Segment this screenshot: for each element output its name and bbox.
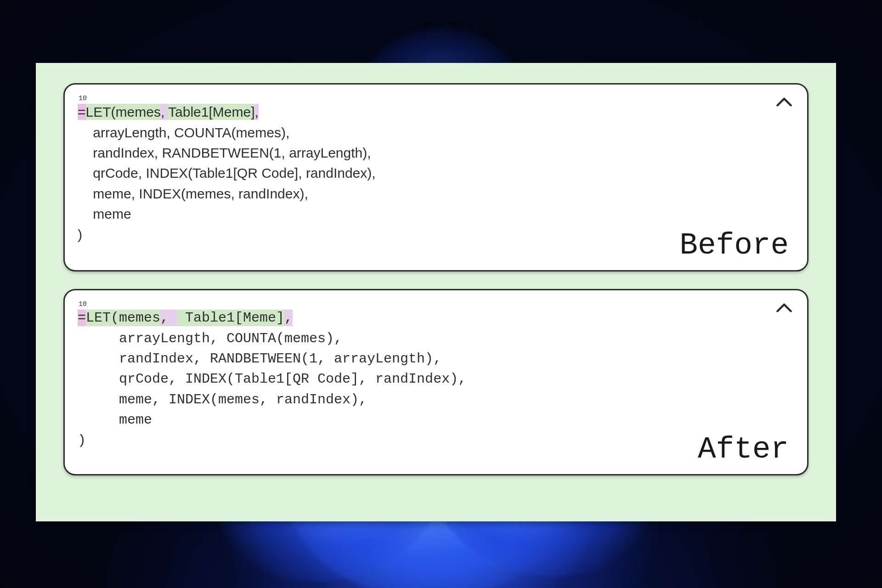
code-line: meme [78,206,131,221]
hl-arg2: Table1[Meme] [177,310,284,326]
code-line: qrCode, INDEX(Table1[QR Code], randIndex… [78,371,466,387]
code-line: qrCode, INDEX(Table1[QR Code], randIndex… [78,165,376,181]
hl-function: LET( [86,104,116,120]
code-line: meme, INDEX(memes, randIndex), [78,186,308,201]
comparison-card: 10 =LET(memes, Table1[Meme], arrayLength… [36,63,836,521]
code-line: meme, INDEX(memes, randIndex), [78,392,367,407]
code-line: ) [78,433,86,448]
hl-arg1: memes [119,310,160,326]
code-line: arrayLength, COUNTA(memes), [78,125,289,140]
code-line: randIndex, RANDBETWEEN(1, arrayLength), [78,351,441,367]
hl-function: LET( [86,310,119,326]
code-line: randIndex, RANDBETWEEN(1, arrayLength), [78,145,371,160]
formula-panel-before: 10 =LET(memes, Table1[Meme], arrayLength… [63,83,808,271]
code-line: arrayLength, COUNTA(memes), [78,331,342,346]
hl-arg1: memes [116,104,161,120]
hl-sep: , [161,104,168,120]
hl-trail: , [254,104,258,120]
hl-equals: = [78,310,86,326]
hl-arg2: Table1[Meme] [168,104,254,120]
hl-sep: , [160,310,177,326]
code-line: ) [78,227,82,242]
formula-panel-after: 10 =LET(memes, Table1[Meme], arrayLength… [63,289,808,475]
formula-code-before: 10 =LET(memes, Table1[Meme], arrayLength… [78,94,794,245]
panel-label-after: After [698,432,789,467]
formula-code-after: 10 =LET(memes, Table1[Meme], arrayLength… [78,300,794,451]
hl-equals: = [78,104,86,120]
panel-label-before: Before [679,228,789,263]
code-line: meme [78,412,152,428]
hl-trail: , [284,310,293,326]
